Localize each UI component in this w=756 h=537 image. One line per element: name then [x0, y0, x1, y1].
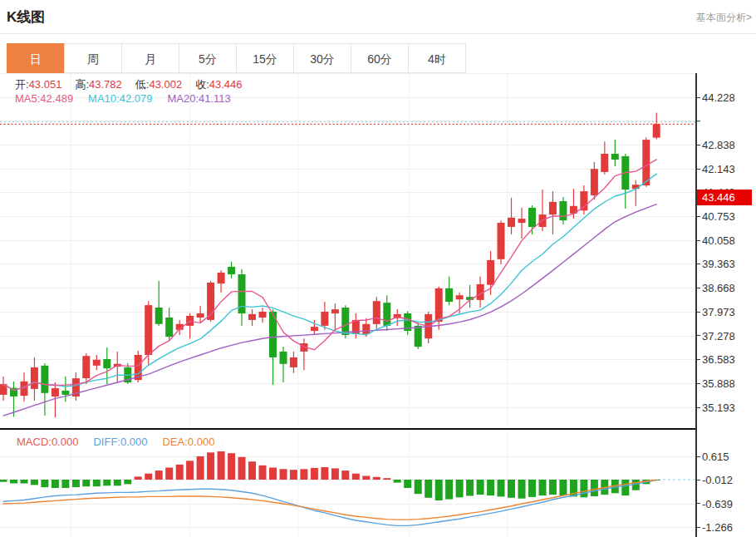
ohlc-legend: 开:43.051高:43.782低:43.002收:43.446: [15, 77, 243, 92]
current-price-line: [0, 122, 696, 125]
axis-tick-label: 42.838: [702, 139, 735, 151]
current-price-badge: 43.446: [697, 190, 752, 205]
page-title: K线图: [7, 7, 45, 27]
axis-tick-label: 37.278: [702, 330, 735, 342]
legend-item: MA20:41.113: [167, 92, 230, 105]
header-divider: [0, 33, 756, 34]
macd-legend: MACD:0.000DIFF:0.000DEA:0.000: [17, 436, 214, 448]
gridlines: [0, 73, 696, 537]
tab-h4[interactable]: 4时: [408, 43, 466, 73]
kline-app: K线图 基本面分析> 日周月5分15分30分60分4时 44.22842.838…: [0, 0, 756, 537]
legend-item: DIFF:0.000: [93, 436, 147, 448]
axis-tick-label: 44.228: [702, 91, 735, 104]
ma-lines-layer: [3, 160, 656, 416]
axis-tick-label: 35.193: [702, 402, 735, 414]
axis-tick-label: 35.888: [702, 377, 735, 390]
axis-tick-label: 0.615: [702, 451, 729, 463]
legend-item: 低:43.002: [135, 77, 182, 92]
candlestick-layer[interactable]: [0, 112, 660, 417]
axis-tick-label: -0.012: [702, 474, 733, 486]
tab-week[interactable]: 周: [64, 43, 122, 73]
axis-tick-label: 40.753: [702, 210, 735, 223]
axis-tick-label: 40.058: [702, 234, 735, 247]
legend-item: 高:43.782: [75, 77, 121, 92]
axis-tick-label: 38.668: [702, 282, 735, 294]
axis-tick-label: 36.583: [702, 353, 735, 366]
axis-tick-label: 37.973: [702, 306, 735, 318]
kline-chart-area[interactable]: 44.22842.83842.14341.44840.75340.05839.3…: [0, 73, 756, 537]
axis-tick-label: -0.639: [702, 498, 733, 510]
interval-tab-bar: 日周月5分15分30分60分4时: [7, 43, 466, 73]
axis-tick-label: 42.143: [702, 163, 735, 175]
tab-m30[interactable]: 30分: [293, 43, 351, 73]
legend-item: MACD:0.000: [17, 436, 78, 448]
legend-item: DEA:0.000: [162, 436, 214, 448]
tab-month[interactable]: 月: [121, 43, 179, 73]
price-axis: 44.22842.83842.14341.44840.75340.05839.3…: [696, 73, 735, 537]
legend-item: 收:43.446: [195, 77, 242, 92]
pane-divider: [0, 428, 696, 430]
kline-chart-svg[interactable]: 44.22842.83842.14341.44840.75340.05839.3…: [0, 73, 756, 537]
tab-m15[interactable]: 15分: [236, 43, 294, 73]
legend-item: 开:43.051: [15, 77, 61, 92]
macd-lines-layer: [3, 480, 656, 526]
tab-m5[interactable]: 5分: [179, 43, 237, 73]
axis-tick-label: -1.266: [702, 521, 733, 534]
tab-day[interactable]: 日: [7, 43, 65, 73]
tab-m60[interactable]: 60分: [351, 43, 409, 73]
legend-item: MA5:42.489: [15, 92, 73, 105]
legend-item: MA10:42.079: [88, 92, 152, 105]
ma-legend: MA5:42.489MA10:42.079MA20:41.113: [15, 92, 231, 105]
fundamental-analysis-link[interactable]: 基本面分析>: [696, 11, 752, 25]
axis-tick-label: 39.363: [702, 258, 735, 270]
